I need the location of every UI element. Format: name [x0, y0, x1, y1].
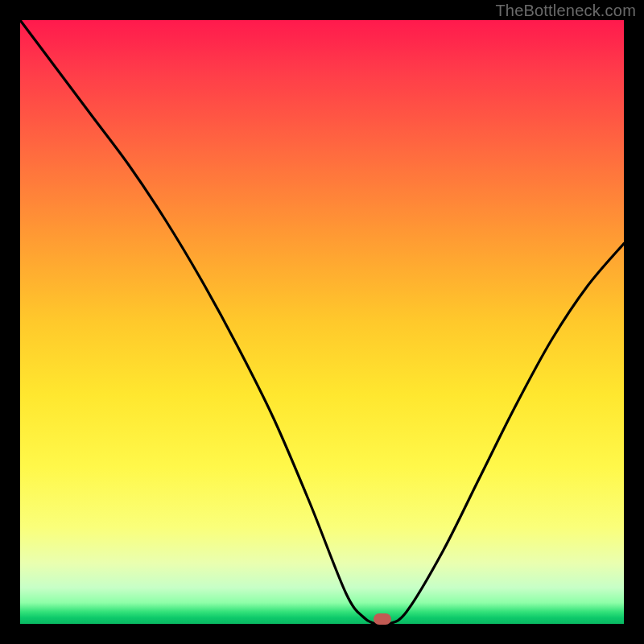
- optimum-marker: [374, 613, 391, 625]
- watermark-text: TheBottleneck.com: [495, 2, 636, 20]
- bottleneck-curve: [20, 20, 624, 624]
- chart-frame: TheBottleneck.com: [0, 0, 644, 644]
- plot-area: [20, 20, 624, 624]
